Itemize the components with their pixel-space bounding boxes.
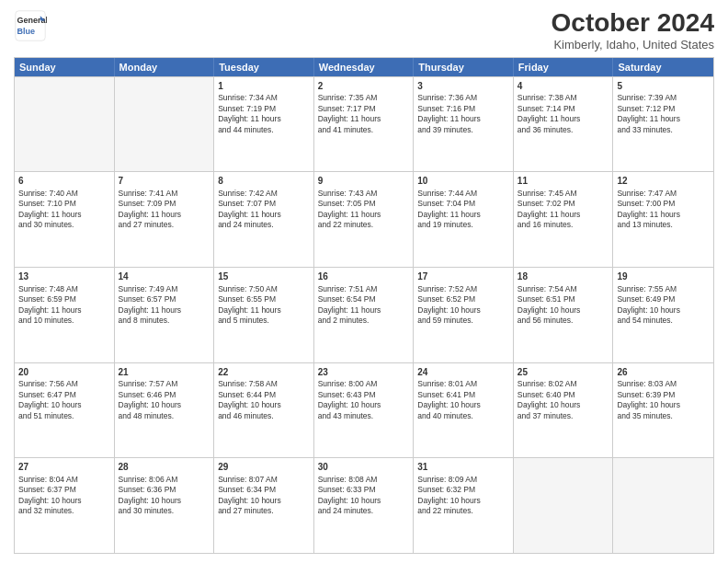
cal-row-5: 27Sunrise: 8:04 AMSunset: 6:37 PMDayligh…	[15, 457, 713, 553]
day-number: 27	[18, 461, 110, 474]
sunrise-line: Sunrise: 8:06 AM	[119, 475, 210, 485]
day-number: 13	[18, 270, 110, 283]
daylight-line2: and 30 minutes.	[119, 506, 210, 516]
header-monday: Monday	[115, 58, 215, 76]
day-number: 8	[218, 175, 310, 188]
daylight-line1: Daylight: 11 hours	[417, 114, 509, 124]
logo-icon: General Blue	[14, 9, 47, 42]
svg-text:Blue: Blue	[17, 27, 36, 36]
sunset-line: Sunset: 7:02 PM	[518, 199, 609, 209]
daylight-line2: and 48 minutes.	[119, 411, 210, 421]
cal-row-3: 13Sunrise: 7:48 AMSunset: 6:59 PMDayligh…	[15, 267, 713, 362]
sunset-line: Sunset: 6:34 PM	[218, 485, 310, 495]
cal-cell: 6Sunrise: 7:40 AMSunset: 7:10 PMDaylight…	[15, 172, 115, 267]
cal-cell: 26Sunrise: 8:03 AMSunset: 6:39 PMDayligh…	[613, 363, 713, 458]
day-number: 26	[617, 366, 710, 379]
sunrise-line: Sunrise: 7:45 AM	[518, 189, 609, 199]
daylight-line2: and 8 minutes.	[119, 316, 210, 326]
day-number: 30	[318, 461, 410, 474]
daylight-line1: Daylight: 11 hours	[318, 114, 410, 124]
daylight-line1: Daylight: 10 hours	[218, 400, 310, 410]
day-number: 12	[617, 175, 710, 188]
daylight-line1: Daylight: 10 hours	[18, 400, 110, 410]
header-thursday: Thursday	[414, 58, 514, 76]
sunset-line: Sunset: 7:05 PM	[318, 199, 410, 209]
daylight-line1: Daylight: 11 hours	[119, 305, 210, 316]
day-number: 10	[417, 175, 509, 188]
day-number: 21	[119, 366, 210, 379]
daylight-line1: Daylight: 10 hours	[318, 496, 410, 506]
sunrise-line: Sunrise: 8:07 AM	[218, 475, 310, 485]
cal-row-4: 20Sunrise: 7:56 AMSunset: 6:47 PMDayligh…	[15, 362, 713, 458]
cal-cell: 27Sunrise: 8:04 AMSunset: 6:37 PMDayligh…	[15, 458, 115, 553]
daylight-line2: and 39 minutes.	[417, 125, 509, 135]
sunrise-line: Sunrise: 7:42 AM	[218, 189, 310, 199]
sunset-line: Sunset: 6:44 PM	[218, 390, 310, 400]
sunrise-line: Sunrise: 7:41 AM	[119, 189, 210, 199]
cal-cell: 22Sunrise: 7:58 AMSunset: 6:44 PMDayligh…	[214, 363, 314, 458]
daylight-line1: Daylight: 11 hours	[518, 114, 609, 124]
daylight-line2: and 16 minutes.	[518, 220, 609, 230]
sunrise-line: Sunrise: 7:43 AM	[318, 189, 410, 199]
daylight-line2: and 13 minutes.	[617, 220, 710, 230]
page: General Blue October 2024 Kimberly, Idah…	[0, 0, 728, 563]
sunset-line: Sunset: 6:39 PM	[617, 390, 710, 400]
sunset-line: Sunset: 7:09 PM	[119, 199, 210, 209]
daylight-line2: and 35 minutes.	[617, 411, 710, 421]
cal-cell: 18Sunrise: 7:54 AMSunset: 6:51 PMDayligh…	[514, 268, 614, 362]
sunrise-line: Sunrise: 7:55 AM	[617, 284, 710, 294]
sunrise-line: Sunrise: 7:49 AM	[119, 284, 210, 294]
sunset-line: Sunset: 7:12 PM	[617, 104, 710, 114]
sunrise-line: Sunrise: 7:35 AM	[318, 93, 410, 103]
daylight-line2: and 22 minutes.	[417, 506, 509, 516]
cal-cell: 25Sunrise: 8:02 AMSunset: 6:40 PMDayligh…	[514, 363, 614, 458]
daylight-line1: Daylight: 10 hours	[18, 496, 110, 506]
day-number: 24	[417, 366, 509, 379]
daylight-line2: and 37 minutes.	[518, 411, 609, 421]
cal-cell: 20Sunrise: 7:56 AMSunset: 6:47 PMDayligh…	[15, 363, 115, 458]
sunset-line: Sunset: 6:37 PM	[18, 485, 110, 495]
day-number: 4	[518, 80, 609, 93]
sunrise-line: Sunrise: 7:40 AM	[18, 189, 110, 199]
logo: General Blue	[14, 9, 47, 42]
header-tuesday: Tuesday	[214, 58, 314, 76]
day-number: 22	[218, 366, 310, 379]
cal-cell: 4Sunrise: 7:38 AMSunset: 7:14 PMDaylight…	[514, 77, 614, 172]
sunrise-line: Sunrise: 8:04 AM	[18, 475, 110, 485]
day-number: 31	[417, 461, 509, 474]
daylight-line1: Daylight: 11 hours	[218, 114, 310, 124]
calendar-body: 1Sunrise: 7:34 AMSunset: 7:19 PMDaylight…	[15, 76, 713, 553]
sunrise-line: Sunrise: 7:38 AM	[518, 93, 609, 103]
daylight-line1: Daylight: 10 hours	[417, 496, 509, 506]
cal-cell: 21Sunrise: 7:57 AMSunset: 6:46 PMDayligh…	[115, 363, 215, 458]
daylight-line1: Daylight: 10 hours	[617, 400, 710, 410]
sunset-line: Sunset: 7:19 PM	[218, 104, 310, 114]
sunrise-line: Sunrise: 7:50 AM	[218, 284, 310, 294]
day-number: 16	[318, 270, 410, 283]
day-number: 17	[417, 270, 509, 283]
daylight-line1: Daylight: 10 hours	[417, 400, 509, 410]
header-sunday: Sunday	[15, 58, 115, 76]
sunrise-line: Sunrise: 7:56 AM	[18, 379, 110, 389]
daylight-line1: Daylight: 10 hours	[617, 305, 710, 316]
sunrise-line: Sunrise: 8:09 AM	[417, 475, 509, 485]
daylight-line1: Daylight: 11 hours	[218, 210, 310, 220]
sunset-line: Sunset: 6:52 PM	[417, 294, 509, 304]
cal-cell: 15Sunrise: 7:50 AMSunset: 6:55 PMDayligh…	[214, 268, 314, 362]
day-number: 2	[318, 80, 410, 93]
sunset-line: Sunset: 6:43 PM	[318, 390, 410, 400]
sunrise-line: Sunrise: 8:02 AM	[518, 379, 609, 389]
sunrise-line: Sunrise: 8:00 AM	[318, 379, 410, 389]
sunset-line: Sunset: 7:10 PM	[18, 199, 110, 209]
daylight-line2: and 59 minutes.	[417, 316, 509, 326]
subtitle: Kimberly, Idaho, United States	[552, 38, 714, 52]
daylight-line2: and 44 minutes.	[218, 125, 310, 135]
sunrise-line: Sunrise: 8:01 AM	[417, 379, 509, 389]
daylight-line2: and 27 minutes.	[119, 220, 210, 230]
cal-cell: 9Sunrise: 7:43 AMSunset: 7:05 PMDaylight…	[314, 172, 415, 267]
header-saturday: Saturday	[613, 58, 713, 76]
cal-cell: 8Sunrise: 7:42 AMSunset: 7:07 PMDaylight…	[214, 172, 314, 267]
day-number: 28	[119, 461, 210, 474]
sunset-line: Sunset: 6:32 PM	[417, 485, 509, 495]
cal-cell: 17Sunrise: 7:52 AMSunset: 6:52 PMDayligh…	[414, 268, 514, 362]
